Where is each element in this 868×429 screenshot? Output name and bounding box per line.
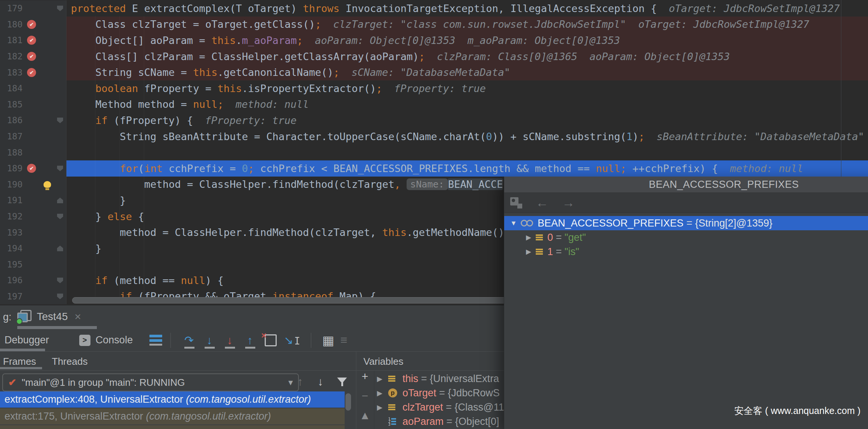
fold-slot[interactable] — [55, 118, 65, 123]
code-token: if — [95, 275, 108, 286]
expand-icon[interactable]: ▶ — [377, 375, 388, 383]
array-icon: 123 — [388, 418, 396, 426]
breakpoint-icon[interactable]: ✔ — [27, 20, 36, 29]
code-token: cchPrefix = — [163, 163, 242, 174]
fold-open-icon[interactable] — [57, 6, 63, 11]
variable-icon — [388, 404, 401, 410]
tab-console[interactable]: > Console — [79, 334, 133, 346]
thread-selector-dropdown[interactable]: ✔ "main"@1 in group "main": RUNNING ▾ — [2, 373, 299, 391]
breakpoint-slot[interactable]: ✔ — [23, 20, 40, 29]
equals-sign: = — [553, 246, 565, 258]
breakpoint-slot[interactable]: ✔ — [23, 36, 40, 45]
code-text[interactable] — [66, 144, 868, 160]
back-icon[interactable]: ← — [536, 195, 549, 210]
stack-frame-row[interactable]: extract:175, UniversalExtractor (com.tan… — [0, 408, 345, 424]
fold-slot[interactable] — [55, 214, 65, 219]
popup-tree-row[interactable]: ▶0 = "get" — [504, 230, 868, 245]
code-line[interactable]: 182✔Class[] clzParam = ClassHelper.getCl… — [0, 48, 868, 65]
frame-up-icon[interactable]: ↑ — [297, 375, 303, 388]
code-line[interactable]: 183✔String sCName = this.getCanonicalNam… — [0, 64, 868, 80]
expand-icon[interactable]: ▶ — [523, 248, 534, 256]
add-watch-icon[interactable]: + — [362, 371, 368, 382]
debugger-inline-hint: oTarget: JdbcRowSetImpl@1327 — [669, 3, 840, 14]
fold-slot[interactable] — [55, 166, 65, 171]
frame-package: (com.tangosol.util.extractor) — [146, 411, 271, 422]
code-text[interactable]: String sBeanAttribute = Character.toUppe… — [66, 128, 868, 145]
expand-icon[interactable]: ▶ — [377, 403, 388, 412]
code-text[interactable]: if (fProperty) {fProperty: true — [66, 112, 868, 128]
fold-slot[interactable] — [55, 246, 65, 251]
code-line[interactable]: 185Method method = null;method: null — [0, 97, 868, 113]
expand-icon[interactable]: ▼ — [508, 219, 519, 227]
fold-open-icon[interactable] — [57, 278, 63, 283]
code-line[interactable]: 187String sBeanAttribute = Character.toU… — [0, 128, 868, 145]
intention-bulb-icon[interactable] — [44, 181, 51, 188]
drop-frame-icon[interactable]: × — [265, 334, 277, 346]
breakpoint-icon[interactable]: ✔ — [27, 164, 36, 173]
fold-slot[interactable] — [55, 278, 65, 283]
fold-open-icon[interactable] — [57, 293, 63, 299]
code-token: m_aoParam — [242, 35, 297, 46]
close-icon[interactable]: × — [75, 310, 81, 323]
remove-watch-icon[interactable]: − — [362, 390, 368, 402]
fold-slot[interactable] — [55, 6, 65, 11]
code-line[interactable]: 186if (fProperty) {fProperty: true — [0, 112, 868, 128]
fold-end-icon[interactable] — [57, 198, 63, 203]
move-watch-up-icon[interactable]: ▲ — [359, 410, 371, 421]
layout-settings-icon[interactable]: ≡ — [340, 333, 347, 347]
fold-slot[interactable] — [55, 293, 65, 299]
step-out-icon[interactable]: ↑ — [243, 334, 258, 347]
expand-icon[interactable]: ▶ — [523, 233, 534, 242]
code-line[interactable]: 184boolean fProperty = this.isPropertyEx… — [0, 80, 868, 97]
forward-icon[interactable]: → — [562, 195, 575, 210]
fold-open-icon[interactable] — [57, 214, 63, 219]
code-line[interactable]: 189✔for(int cchPrefix = 0; cchPrefix < B… — [0, 160, 868, 177]
code-text[interactable]: Method method = null;method: null — [66, 97, 868, 113]
code-text[interactable]: for(int cchPrefix = 0; cchPrefix < BEAN_… — [66, 160, 868, 177]
tab-debugger[interactable]: Debugger — [5, 334, 49, 346]
tab-threads[interactable]: Threads — [52, 356, 87, 367]
code-line[interactable]: 180✔Class clzTarget = oTarget.getClass()… — [0, 17, 868, 33]
code-text[interactable]: Object[] aoParam = this.m_aoParam;aoPara… — [66, 32, 868, 48]
code-line[interactable]: 181✔Object[] aoParam = this.m_aoParam;ao… — [0, 32, 868, 48]
code-text[interactable]: boolean fProperty = this.isPropertyExtra… — [66, 80, 868, 97]
tab-frames[interactable]: Frames — [3, 356, 36, 367]
breakpoint-slot[interactable]: ✔ — [23, 52, 40, 61]
stack-frame-row[interactable]: extractComplex:408, UniversalExtractor (… — [0, 391, 345, 408]
expand-icon[interactable]: ▶ — [377, 389, 388, 397]
code-line[interactable]: 188 — [0, 144, 868, 160]
step-into-icon[interactable]: ↓ — [202, 334, 217, 347]
view-options-icon[interactable] — [149, 335, 162, 346]
frame-down-icon[interactable]: ↓ — [318, 375, 323, 388]
breakpoint-slot[interactable]: ✔ — [23, 68, 40, 77]
breakpoint-slot[interactable]: ✔ — [23, 164, 40, 173]
force-step-into-icon[interactable]: ↓ — [222, 334, 237, 347]
popup-tree-row[interactable]: ▶1 = "is" — [504, 245, 868, 259]
run-to-cursor-icon[interactable]: ↘ I — [284, 334, 300, 347]
step-over-icon[interactable]: ↷ — [182, 334, 197, 347]
variable-value: {UniversalExtra — [430, 373, 499, 385]
stack-frame-row[interactable]: extract:105, ChainedExtractor (com.tango… — [0, 425, 345, 429]
equals-sign: = — [436, 387, 448, 399]
popup-tree-row[interactable]: ▼BEAN_ACCESSOR_PREFIXES = {String[2]@135… — [504, 216, 868, 230]
session-tab-test45[interactable]: Test45 × — [17, 308, 81, 326]
editor-gutter: 188 — [0, 144, 66, 160]
code-text[interactable]: Class[] clzParam = ClassHelper.getClassA… — [66, 48, 868, 65]
code-text[interactable]: protected E extractComplex(T oTarget) th… — [66, 0, 868, 17]
fold-open-icon[interactable] — [57, 118, 63, 123]
code-text[interactable]: String sCName = this.getCanonicalName();… — [66, 64, 868, 80]
breakpoint-icon[interactable]: ✔ — [27, 36, 36, 45]
inspect-icon[interactable] — [510, 196, 522, 208]
evaluate-expression-icon[interactable]: ▦ — [322, 333, 334, 348]
frames-scrollbar[interactable] — [345, 393, 351, 411]
fold-open-icon[interactable] — [57, 166, 63, 171]
fold-end-icon[interactable] — [57, 246, 63, 251]
hide-library-frames-filter-icon[interactable] — [337, 378, 347, 387]
line-number: 190 — [0, 180, 23, 189]
field-icon — [536, 249, 543, 255]
fold-slot[interactable] — [55, 198, 65, 203]
breakpoint-icon[interactable]: ✔ — [27, 68, 36, 77]
code-text[interactable]: Class clzTarget = oTarget.getClass();clz… — [66, 17, 868, 33]
code-line[interactable]: 179protected E extractComplex(T oTarget)… — [0, 0, 868, 17]
breakpoint-icon[interactable]: ✔ — [27, 52, 36, 61]
